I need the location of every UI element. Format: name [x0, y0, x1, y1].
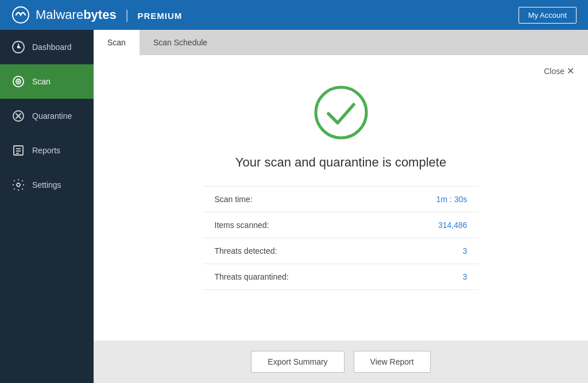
logo-first: Malware — [36, 7, 83, 22]
stat-label-threats-detected: Threats detected: — [215, 246, 277, 256]
logo-divider: | — [125, 7, 129, 22]
svg-point-11 — [17, 183, 20, 187]
scan-result-panel: Close ✕ Your scan and quarantine is comp… — [94, 55, 588, 341]
sidebar-label-dashboard: Dashboard — [32, 42, 72, 52]
quarantine-icon — [11, 109, 25, 123]
export-summary-button[interactable]: Export Summary — [251, 351, 344, 373]
svg-point-12 — [316, 87, 366, 138]
complete-message: Your scan and quarantine is complete — [235, 155, 446, 170]
logo-text: Malwarebytes | PREMIUM — [36, 7, 182, 22]
close-label: Close — [544, 67, 564, 76]
checkmark-circle-svg — [312, 84, 370, 141]
my-account-button[interactable]: My Account — [519, 7, 577, 24]
malwarebytes-logo-icon — [11, 6, 30, 24]
stat-label-threats-quarantined: Threats quarantined: — [215, 272, 289, 281]
stat-row-items-scanned: Items scanned: 314,486 — [203, 212, 479, 238]
stat-label-items-scanned: Items scanned: — [215, 220, 269, 230]
tab-scan[interactable]: Scan — [94, 30, 140, 55]
premium-label: PREMIUM — [137, 11, 182, 21]
sidebar-item-quarantine[interactable]: Quarantine — [0, 99, 94, 133]
main-layout: Dashboard Scan Quarantine — [0, 30, 588, 383]
close-icon: ✕ — [567, 65, 574, 76]
stat-row-threats-quarantined: Threats quarantined: 3 — [203, 264, 479, 290]
sidebar-label-scan: Scan — [32, 77, 51, 86]
stats-container: Scan time: 1m : 30s Items scanned: 314,4… — [203, 186, 479, 290]
sidebar-item-settings[interactable]: Settings — [0, 168, 94, 202]
view-report-button[interactable]: View Report — [354, 351, 431, 373]
sidebar-item-dashboard[interactable]: Dashboard — [0, 30, 94, 64]
tab-scan-schedule[interactable]: Scan Schedule — [140, 30, 221, 55]
stat-value-items-scanned: 314,486 — [438, 220, 467, 230]
logo-bold: bytes — [83, 7, 116, 22]
app-header: Malwarebytes | PREMIUM My Account — [0, 0, 588, 30]
stat-value-scan-time: 1m : 30s — [436, 195, 467, 204]
scan-icon — [11, 75, 25, 88]
sidebar-label-quarantine: Quarantine — [32, 111, 72, 121]
stat-value-threats-detected: 3 — [463, 246, 467, 256]
svg-point-5 — [18, 81, 19, 82]
stat-row-scan-time: Scan time: 1m : 30s — [203, 186, 479, 212]
settings-icon — [11, 178, 25, 192]
app-logo: Malwarebytes | PREMIUM — [11, 6, 182, 24]
content-area: Scan Scan Schedule Close ✕ Your scan and… — [94, 30, 588, 383]
sidebar-label-reports: Reports — [32, 146, 60, 155]
sidebar-item-reports[interactable]: Reports — [0, 133, 94, 168]
success-icon — [312, 84, 370, 144]
stat-value-threats-quarantined: 3 — [463, 272, 467, 281]
reports-icon — [11, 144, 25, 157]
stat-label-scan-time: Scan time: — [215, 195, 253, 204]
tab-bar: Scan Scan Schedule — [94, 30, 588, 55]
stat-row-threats-detected: Threats detected: 3 — [203, 238, 479, 264]
sidebar-item-scan[interactable]: Scan — [0, 64, 94, 99]
footer-bar: Export Summary View Report — [94, 341, 588, 383]
sidebar: Dashboard Scan Quarantine — [0, 30, 94, 383]
dashboard-icon — [11, 40, 25, 54]
sidebar-label-settings: Settings — [32, 180, 61, 189]
svg-point-2 — [18, 47, 20, 48]
close-button[interactable]: Close ✕ — [544, 65, 574, 76]
